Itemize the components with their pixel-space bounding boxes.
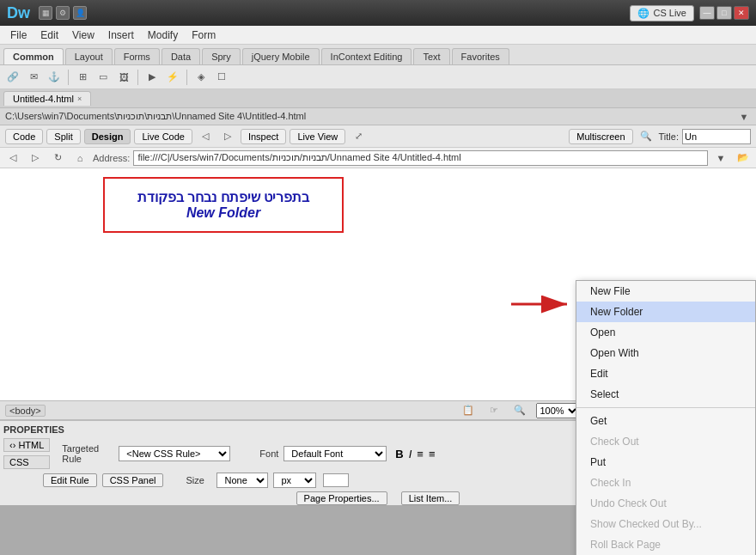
tool-email[interactable]: ✉ <box>24 68 43 87</box>
callout-box: בתפריט שיפתח נבחר בפקודת New Folder <box>103 177 344 233</box>
maximize-button[interactable]: □ <box>716 6 732 20</box>
italic-btn[interactable]: I <box>409 448 412 460</box>
file-path-menu[interactable]: ▼ <box>737 107 751 126</box>
context-menu-item-new-file[interactable]: New File <box>576 281 755 302</box>
view-live-code[interactable]: Live Code <box>134 129 192 144</box>
tool-right[interactable]: ▷ <box>218 127 237 146</box>
tool-table[interactable]: ⊞ <box>73 68 92 87</box>
tool-left[interactable]: ◁ <box>196 127 215 146</box>
cs-live-button[interactable]: 🌐 CS Live <box>630 5 694 21</box>
context-menu-item-undo-check-out: Undo Check Out <box>576 493 755 514</box>
address-menu[interactable]: ▼ <box>711 149 730 168</box>
title-label: Title: <box>659 131 679 142</box>
context-menu-item-show-checked-out: Show Checked Out By... <box>576 514 755 534</box>
css-panel-btn[interactable]: CSS Panel <box>102 473 164 487</box>
view-toolbar: Code Split Design Live Code ◁ ▷ Inspect … <box>0 125 756 148</box>
context-menu-item-open[interactable]: Open <box>576 322 755 343</box>
document-tab-close[interactable]: × <box>77 95 82 103</box>
nav-refresh[interactable]: ↻ <box>48 149 67 168</box>
context-menu-separator-6 <box>576 407 755 408</box>
tool-div[interactable]: ▭ <box>94 68 113 87</box>
tab-layout[interactable]: Layout <box>65 48 113 64</box>
document-tab-name: Untitled-4.html <box>13 94 74 104</box>
menu-file[interactable]: File <box>3 27 34 43</box>
tab-incontextediting[interactable]: InContext Editing <box>321 48 412 64</box>
tool-form[interactable]: ☐ <box>212 68 231 87</box>
tool-image[interactable]: 🖼 <box>114 68 133 87</box>
menu-edit[interactable]: Edit <box>34 27 65 43</box>
css-mode-btn[interactable]: CSS <box>3 455 50 469</box>
tool-media[interactable]: ▶ <box>143 68 162 87</box>
view-split[interactable]: Split <box>46 129 80 144</box>
context-menu-item-edit[interactable]: Edit <box>576 363 755 384</box>
title-bar-tools: ▦ ⚙ 👤 <box>39 6 87 20</box>
view-live-view[interactable]: Live View <box>290 129 345 144</box>
color-swatch[interactable] <box>323 473 349 487</box>
context-menu-item-get[interactable]: Get <box>576 411 755 431</box>
status-icon-2[interactable]: ☞ <box>485 401 503 420</box>
menu-insert[interactable]: Insert <box>101 27 141 43</box>
menu-form[interactable]: Form <box>185 27 223 43</box>
tool-expand[interactable]: ⤢ <box>349 127 368 146</box>
html-tag-badge: <body> <box>5 405 46 417</box>
toolbar-separator-2 <box>137 70 138 85</box>
callout-text-line1: בתפריט שיפתח נבחר בפקודת <box>119 189 328 205</box>
address-bar: ◁ ▷ ↻ ⌂ Address: ▼ 📂 <box>0 148 756 168</box>
nav-back[interactable]: ◁ <box>3 149 22 168</box>
tool-flash[interactable]: ⚡ <box>163 68 182 87</box>
zoom-icon[interactable]: 🔍 <box>637 127 655 146</box>
tab-spry[interactable]: Spry <box>202 48 241 64</box>
context-menu-item-new-folder[interactable]: New Folder <box>576 302 755 322</box>
view-inspect[interactable]: Inspect <box>241 129 286 144</box>
menu-modify[interactable]: Modify <box>141 27 185 43</box>
tab-data[interactable]: Data <box>162 48 200 64</box>
status-icon-1[interactable]: 📋 <box>459 401 478 420</box>
bold-btn[interactable]: B <box>395 448 403 460</box>
html-mode-btn[interactable]: ‹› HTML <box>3 438 50 452</box>
menu-view[interactable]: View <box>65 27 101 43</box>
tab-common[interactable]: Common <box>3 48 64 64</box>
targeted-rule-select[interactable]: <New CSS Rule> <box>119 446 230 461</box>
edit-rule-btn[interactable]: Edit Rule <box>43 473 97 487</box>
status-icon-zoom[interactable]: 🔍 <box>510 401 529 420</box>
settings-icon[interactable]: ⚙ <box>56 6 70 20</box>
view-design[interactable]: Design <box>84 129 131 144</box>
align-center-btn[interactable]: ≡ <box>429 448 436 460</box>
nav-home[interactable]: ⌂ <box>70 149 89 168</box>
tool-hyperlink[interactable]: 🔗 <box>3 68 22 87</box>
tab-favorites[interactable]: Favorites <box>452 48 509 64</box>
zoom-select[interactable]: 100% <box>536 403 580 418</box>
tab-text[interactable]: Text <box>413 48 449 64</box>
context-menu-item-open-with[interactable]: Open With <box>576 343 755 363</box>
file-path-bar: C:\Users\win7\Documents\תבניות\תוכניות\U… <box>0 108 756 125</box>
context-menu-item-roll-back: Roll Back Page <box>576 534 755 555</box>
close-button[interactable]: ✕ <box>734 6 749 20</box>
address-label: Address: <box>93 153 130 163</box>
insert-toolbar: 🔗 ✉ ⚓ ⊞ ▭ 🖼 ▶ ⚡ ◈ ☐ <box>0 65 756 89</box>
document-tab[interactable]: Untitled-4.html × <box>3 91 91 106</box>
view-code[interactable]: Code <box>5 129 43 144</box>
title-input[interactable] <box>682 129 751 144</box>
minimize-button[interactable]: — <box>699 6 715 20</box>
context-menu-item-select[interactable]: Select <box>576 384 755 405</box>
view-multiscreen[interactable]: Multiscreen <box>569 129 632 144</box>
menu-bar: File Edit View Insert Modify Form <box>0 26 756 45</box>
context-menu-item-put[interactable]: Put <box>576 452 755 473</box>
size-unit-select[interactable]: px <box>273 473 316 488</box>
address-input[interactable] <box>133 150 708 166</box>
font-select[interactable]: Default Font <box>284 446 387 461</box>
tool-anchor[interactable]: ⚓ <box>45 68 64 87</box>
user-icon[interactable]: 👤 <box>73 6 87 20</box>
list-item-btn[interactable]: List Item... <box>401 491 460 505</box>
tab-jquery-mobile[interactable]: jQuery Mobile <box>242 48 320 64</box>
size-select[interactable]: None <box>216 473 268 488</box>
targeted-rule-label: Targeted Rule <box>62 443 113 464</box>
nav-forward[interactable]: ▷ <box>26 149 45 168</box>
browse-icon[interactable]: 📂 <box>734 149 753 168</box>
grid-icon[interactable]: ▦ <box>39 6 52 20</box>
tab-forms[interactable]: Forms <box>114 48 160 64</box>
page-properties-btn[interactable]: Page Properties... <box>296 491 387 505</box>
tool-widget[interactable]: ◈ <box>192 68 210 87</box>
context-menu-item-check-in: Check In <box>576 473 755 493</box>
align-left-btn[interactable]: ≡ <box>417 448 424 460</box>
